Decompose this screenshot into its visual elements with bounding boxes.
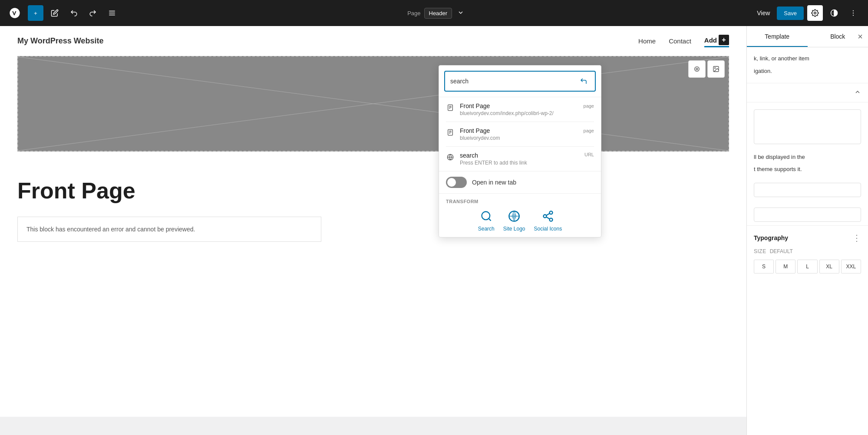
content-area: Front Page This block has encountered an…	[0, 152, 746, 259]
tab-template[interactable]: Template	[747, 26, 808, 47]
main-layout: My WordPress Website Home Contact Add +	[0, 0, 868, 435]
site-header: My WordPress Website Home Contact Add +	[0, 26, 746, 56]
new-tab-toggle[interactable]	[446, 177, 467, 188]
circle-settings-icon	[693, 66, 700, 72]
contrast-button[interactable]	[826, 5, 842, 21]
diagonal-decoration	[18, 57, 728, 151]
svg-point-28	[549, 211, 552, 214]
undo-button[interactable]	[66, 5, 82, 21]
header-badge[interactable]: Header	[424, 8, 452, 19]
redo-button[interactable]	[85, 5, 101, 21]
more-vertical-icon	[849, 9, 857, 17]
wordpress-icon	[9, 7, 21, 19]
search-icon-svg	[480, 210, 492, 222]
url-input-area	[747, 176, 868, 201]
more-options-button[interactable]	[845, 5, 861, 21]
size-xl-button[interactable]: XL	[819, 260, 839, 274]
site-preview: My WordPress Website Home Contact Add +	[0, 26, 746, 417]
link-result-1[interactable]: Front Page blueivorydev.com/index.php/co…	[439, 97, 601, 122]
link-result-1-content: Front Page blueivorydev.com/index.php/co…	[460, 102, 578, 116]
image-settings-button[interactable]	[688, 60, 706, 78]
size-m-button[interactable]: M	[776, 260, 795, 274]
collapse-button[interactable]	[854, 89, 861, 97]
url-result-content: search Press ENTER to add this link	[460, 152, 579, 166]
image-replace-icon	[713, 66, 719, 72]
link-search-box: search	[444, 71, 596, 92]
svg-point-30	[549, 218, 552, 221]
edit-button[interactable]	[47, 5, 63, 21]
nav-area: Home Contact Add +	[638, 35, 729, 47]
typography-more-button[interactable]: ⋮	[852, 233, 861, 243]
share-icon-svg	[542, 210, 554, 222]
size-l-button[interactable]: L	[797, 260, 817, 274]
toolbar-right: View Save	[753, 5, 861, 21]
link-result-1-url: blueivorydev.com/index.php/colibri-wp-2/	[460, 110, 578, 116]
gear-icon	[811, 9, 819, 17]
label-input-area	[747, 102, 868, 149]
link-result-2[interactable]: Front Page blueivorydev.com page	[439, 122, 601, 146]
site-logo-icon-svg	[508, 210, 520, 222]
site-title: My WordPress Website	[17, 36, 103, 46]
block-error-text: This block has encountered an error and …	[26, 226, 195, 233]
page-label: Page	[407, 10, 420, 16]
size-s-button[interactable]: S	[754, 260, 774, 274]
size-value: DEFAULT	[770, 248, 793, 254]
chevron-down-button[interactable]	[455, 7, 466, 19]
size-row: SIZE DEFAULT	[754, 248, 861, 254]
save-button[interactable]: Save	[777, 7, 804, 20]
front-page-title: Front Page	[17, 178, 729, 204]
block-error: This block has encountered an error and …	[17, 217, 321, 242]
new-tab-row: Open in new tab	[439, 171, 601, 193]
nav-add[interactable]: Add +	[704, 35, 729, 47]
toolbar: + Page Header View	[0, 0, 868, 26]
size-label: SIZE	[754, 248, 766, 254]
second-input-area	[747, 201, 868, 225]
link-result-2-content: Front Page blueivorydev.com	[460, 127, 578, 141]
svg-line-31	[546, 217, 550, 219]
url-result[interactable]: search Press ENTER to add this link URL	[439, 147, 601, 171]
typography-section: Typography ⋮ SIZE DEFAULT S M L XL XXL	[747, 226, 868, 280]
close-sidebar-button[interactable]: ×	[858, 32, 863, 41]
contrast-icon	[830, 9, 838, 17]
toolbar-center: Page Header	[123, 7, 750, 19]
svg-point-13	[715, 68, 716, 69]
canvas-area[interactable]: My WordPress Website Home Contact Add +	[0, 26, 746, 435]
document-icon-2	[447, 129, 454, 136]
typography-header[interactable]: Typography ⋮	[754, 233, 861, 243]
url-input[interactable]	[754, 183, 861, 197]
transform-site-logo[interactable]: Site Logo	[503, 209, 525, 232]
link-search-submit[interactable]	[578, 75, 590, 87]
nav-home[interactable]: Home	[638, 37, 656, 45]
page-indicator: Page Header	[407, 7, 466, 19]
globe-icon	[446, 153, 455, 161]
image-edit-button[interactable]	[707, 60, 725, 78]
size-xxl-button[interactable]: XXL	[841, 260, 861, 274]
url-result-title: search	[460, 152, 579, 159]
list-view-button[interactable]	[104, 5, 120, 21]
globe-icon-svg	[447, 154, 454, 161]
nav-contact[interactable]: Contact	[669, 37, 691, 45]
link-search-input[interactable]: search	[450, 78, 578, 85]
transform-options: Search Site Logo	[446, 209, 594, 232]
transform-section: TRANSFORM Search	[439, 193, 601, 237]
transform-search[interactable]: Search	[478, 209, 495, 232]
size-buttons: S M L XL XXL	[754, 260, 861, 274]
second-input[interactable]	[754, 208, 861, 222]
sidebar-hint-1: k, link, or another item	[754, 54, 861, 63]
transform-social-icons[interactable]: Social Icons	[534, 209, 562, 232]
hint-text-2: igation.	[754, 68, 772, 74]
settings-button[interactable]	[807, 5, 823, 21]
nav-add-label: Add	[704, 36, 717, 44]
add-block-button[interactable]: +	[28, 5, 43, 21]
page-icon-2	[446, 128, 455, 137]
undo-icon	[70, 9, 78, 17]
wp-logo	[7, 5, 23, 21]
transform-search-label: Search	[478, 226, 495, 232]
svg-line-32	[546, 214, 550, 216]
typography-title: Typography	[754, 234, 788, 241]
edit-controls	[688, 60, 725, 78]
link-result-2-badge: page	[584, 127, 594, 133]
label-textarea[interactable]	[754, 109, 861, 144]
transform-logo-label: Site Logo	[503, 226, 525, 232]
view-button[interactable]: View	[753, 8, 773, 18]
